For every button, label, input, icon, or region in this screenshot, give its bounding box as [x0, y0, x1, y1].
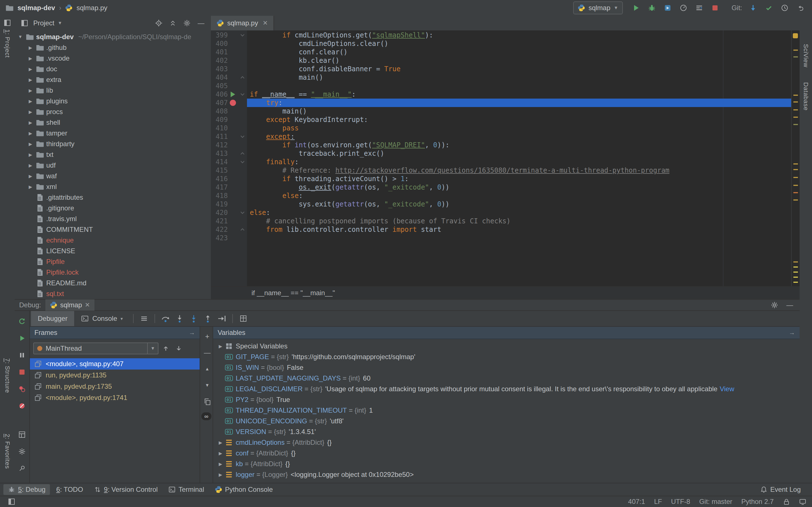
code-line[interactable]: 406if __name__ == "__main__":: [211, 90, 792, 99]
code-line[interactable]: 418 else:: [211, 191, 792, 200]
code-line[interactable]: 412 if int(os.environ.get("SQLMAP_DREI",…: [211, 141, 792, 149]
code-line[interactable]: 410 pass: [211, 124, 792, 132]
chevron-collapsed-icon[interactable]: ▶: [26, 77, 35, 82]
stack-frame[interactable]: <module>, sqlmap.py:407: [30, 358, 200, 370]
fold-marker-icon[interactable]: [238, 200, 247, 209]
variable-row[interactable]: 01THREAD_FINALIZATION_TIMEOUT = {int}1: [213, 405, 800, 416]
tree-file[interactable]: echnique: [15, 235, 211, 245]
lock-icon[interactable]: [783, 498, 790, 505]
code-line[interactable]: 416 if threading.activeCount() > 1:: [211, 175, 792, 183]
code-line[interactable]: 399 if cmdLineOptions.get("sqlmapShell")…: [211, 31, 792, 40]
code-line[interactable]: 402 kb.clear(): [211, 56, 792, 65]
chevron-collapsed-icon[interactable]: ▶: [26, 109, 35, 115]
chevron-collapsed-icon[interactable]: ▶: [216, 461, 224, 467]
fold-marker-icon[interactable]: [238, 166, 247, 175]
debug-layout-settings-button[interactable]: [16, 446, 28, 457]
pause-button[interactable]: [16, 349, 28, 361]
toolwindow-switcher-icon[interactable]: [6, 496, 17, 507]
code-line[interactable]: 405: [211, 82, 792, 90]
next-frame-button[interactable]: [173, 343, 185, 354]
chevron-collapsed-icon[interactable]: ▶: [216, 451, 224, 456]
fold-marker-icon[interactable]: [238, 115, 247, 124]
step-over-button[interactable]: [158, 312, 172, 325]
fold-marker-icon[interactable]: [238, 99, 247, 107]
pin-tab-button[interactable]: [16, 462, 28, 474]
stripe-mark[interactable]: [794, 200, 798, 201]
fold-marker-icon[interactable]: [238, 73, 247, 82]
stripe-mark[interactable]: [794, 109, 798, 110]
variable-row[interactable]: 01PY2 = {bool}True: [213, 394, 800, 405]
collapse-all-button[interactable]: [167, 18, 178, 29]
tree-folder[interactable]: ▶plugins: [15, 96, 211, 107]
stack-frame[interactable]: <module>, pydevd.py:1741: [30, 392, 200, 403]
sidebar-item-project[interactable]: 1: Project: [0, 19, 15, 58]
toolwindow-button--version-control[interactable]: 9: Version Control: [89, 484, 162, 495]
sidebar-item-sciview[interactable]: SciView: [800, 44, 812, 67]
variable-row[interactable]: 01LEGAL_DISCLAIMER = {str}'Usage of sqlm…: [213, 384, 800, 394]
tree-folder[interactable]: ▶doc: [15, 64, 211, 74]
fold-marker-icon[interactable]: [238, 48, 247, 56]
fold-marker-icon[interactable]: [238, 124, 247, 132]
concurrency-button[interactable]: [693, 2, 705, 14]
fold-marker-icon[interactable]: [238, 90, 247, 99]
tree-file[interactable]: COMMITMENT: [15, 224, 211, 235]
rerun-button[interactable]: [16, 316, 28, 327]
debug-settings-button[interactable]: [769, 300, 780, 311]
code-line[interactable]: 400 cmdLineOptions.clear(): [211, 40, 792, 48]
tree-folder[interactable]: ▶udf: [15, 160, 211, 171]
variable-row[interactable]: 01VERSION = {str}'1.3.4.51': [213, 427, 800, 437]
code-editor[interactable]: 399 if cmdLineOptions.get("sqlmapShell")…: [211, 31, 792, 287]
code-line[interactable]: 409 except KeyboardInterrupt:: [211, 115, 792, 124]
chevron-expanded-icon[interactable]: ▼: [16, 34, 25, 40]
stripe-mark[interactable]: [794, 56, 798, 57]
stripe-mark[interactable]: [794, 177, 798, 178]
tree-folder[interactable]: ▶tamper: [15, 128, 211, 138]
code-line[interactable]: 401 conf.clear(): [211, 48, 792, 56]
run-config-selector[interactable]: sqlmap ▼: [573, 1, 622, 14]
git-update-button[interactable]: [747, 2, 759, 14]
fold-marker-icon[interactable]: [238, 132, 247, 141]
move-down-icon[interactable]: ▼: [202, 380, 213, 391]
variable-row[interactable]: ▶Special Variables: [213, 341, 800, 351]
step-into-button[interactable]: [172, 312, 187, 325]
stop-debug-button[interactable]: [16, 366, 28, 378]
fold-marker-icon[interactable]: [238, 183, 247, 191]
stack-frame[interactable]: run, pydevd.py:1135: [30, 370, 200, 381]
code-line[interactable]: 414 finally:: [211, 158, 792, 166]
run-button[interactable]: [630, 2, 642, 14]
code-line[interactable]: 404 main(): [211, 73, 792, 82]
stripe-mark[interactable]: [794, 267, 798, 268]
chevron-collapsed-icon[interactable]: ▶: [26, 152, 35, 158]
tree-file[interactable]: Pipfile.lock: [15, 267, 211, 278]
stack-frame[interactable]: main, pydevd.py:1735: [30, 381, 200, 392]
tree-folder[interactable]: ▶.github: [15, 42, 211, 53]
code-line[interactable]: 419 sys.exit(getattr(os, "_exitcode", 0)…: [211, 200, 792, 209]
fold-marker-icon[interactable]: [238, 175, 247, 183]
variable-row[interactable]: 01LAST_UPDATE_NAGGING_DAYS = {int}60: [213, 373, 800, 384]
chevron-collapsed-icon[interactable]: ▶: [216, 440, 224, 445]
stripe-mark[interactable]: [794, 124, 798, 125]
git-rollback-button[interactable]: [795, 2, 806, 14]
code-line[interactable]: 422 from lib.controller.controller impor…: [211, 225, 792, 234]
variable-row[interactable]: 01IS_WIN = {bool}False: [213, 362, 800, 373]
chevron-collapsed-icon[interactable]: ▶: [26, 88, 35, 93]
stripe-mark[interactable]: [794, 272, 798, 273]
restore-layout-button[interactable]: [16, 429, 28, 441]
screen-reader-icon[interactable]: [799, 498, 806, 505]
fold-marker-icon[interactable]: [238, 209, 247, 217]
load-values-on-demand-toggle[interactable]: ∞: [201, 412, 211, 420]
chevron-collapsed-icon[interactable]: ▶: [26, 131, 35, 136]
git-history-button[interactable]: [779, 2, 791, 14]
chevron-collapsed-icon[interactable]: ▶: [216, 344, 224, 349]
chevron-collapsed-icon[interactable]: ▶: [26, 66, 35, 72]
fold-marker-icon[interactable]: [238, 107, 247, 115]
chevron-collapsed-icon[interactable]: ▶: [26, 45, 35, 50]
variable-row[interactable]: ▶conf = {AttribDict}{}: [213, 448, 800, 459]
python-interpreter[interactable]: Python 2.7: [741, 498, 774, 506]
run-gutter-icon[interactable]: [231, 92, 235, 97]
code-line[interactable]: 417 os._exit(getattr(os, "_exitcode", 0)…: [211, 183, 792, 191]
previous-frame-button[interactable]: [160, 343, 171, 354]
chevron-collapsed-icon[interactable]: ▶: [216, 472, 224, 477]
stripe-mark[interactable]: [794, 192, 798, 193]
tree-folder[interactable]: ▶.vscode: [15, 53, 211, 64]
